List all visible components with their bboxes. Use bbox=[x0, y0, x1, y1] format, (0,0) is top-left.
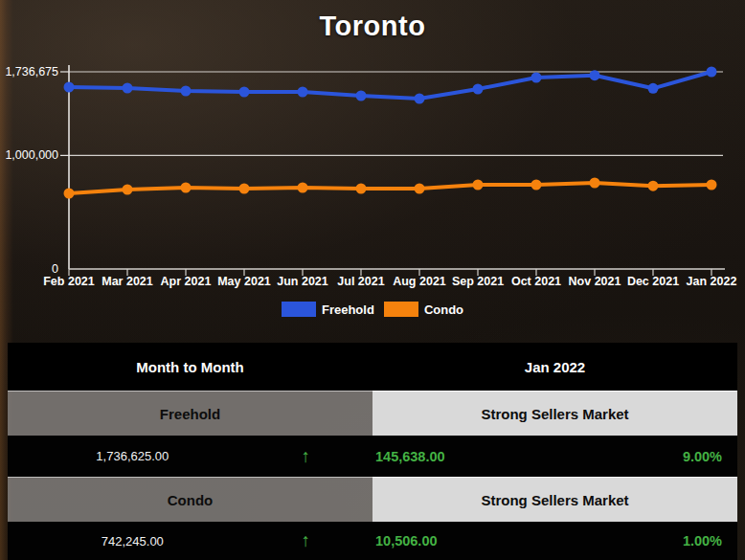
condo-segment-label: Condo bbox=[8, 477, 372, 522]
toronto-market-dashboard: { "title": "Toronto", "colors": { "freeh… bbox=[0, 0, 745, 560]
svg-text:Apr 2021: Apr 2021 bbox=[161, 275, 212, 288]
svg-text:0: 0 bbox=[52, 262, 58, 276]
condo-swatch-icon bbox=[384, 302, 418, 317]
legend-item-condo: Condo bbox=[384, 302, 463, 317]
freehold-market-status: Strong Sellers Market bbox=[372, 391, 737, 436]
condo-values-row: 742,245.00 ↑ 10,506.00 1.00% bbox=[8, 522, 737, 560]
freehold-segment-label: Freehold bbox=[8, 391, 372, 436]
condo-current-value: 742,245.00 bbox=[8, 534, 258, 549]
svg-text:Jul 2021: Jul 2021 bbox=[337, 275, 384, 288]
svg-text:Jun 2021: Jun 2021 bbox=[277, 275, 328, 288]
svg-text:1,736,675: 1,736,675 bbox=[5, 65, 58, 78]
svg-text:Feb 2021: Feb 2021 bbox=[43, 275, 95, 288]
summary-table: Month to Month Jan 2022 Freehold Strong … bbox=[8, 343, 737, 560]
legend-label-condo: Condo bbox=[424, 302, 463, 317]
svg-text:Nov 2021: Nov 2021 bbox=[569, 275, 621, 288]
svg-text:Mar 2021: Mar 2021 bbox=[102, 275, 153, 288]
svg-text:1,000,000: 1,000,000 bbox=[5, 148, 58, 162]
legend-item-freehold: Freehold bbox=[282, 302, 374, 317]
freehold-change-percent: 9.00% bbox=[683, 449, 722, 464]
svg-text:Sep 2021: Sep 2021 bbox=[452, 275, 504, 288]
condo-change-amount: 10,506.00 bbox=[375, 533, 438, 549]
page-title: Toronto bbox=[0, 0, 745, 53]
freehold-change-amount: 145,638.00 bbox=[375, 449, 445, 464]
freehold-swatch-icon bbox=[282, 302, 316, 317]
svg-text:May 2021: May 2021 bbox=[217, 275, 271, 288]
svg-text:Dec 2021: Dec 2021 bbox=[627, 275, 679, 288]
header-jan-2022: Jan 2022 bbox=[372, 343, 737, 391]
freehold-values-row: 1,736,625.00 ↑ 145,638.00 9.00% bbox=[8, 436, 737, 477]
freehold-current-value: 1,736,625.00 bbox=[8, 449, 258, 463]
up-arrow-icon: ↑ bbox=[258, 446, 354, 467]
condo-band-row: Condo Strong Sellers Market bbox=[8, 477, 737, 522]
legend-label-freehold: Freehold bbox=[322, 302, 374, 317]
chart-legend: Freehold Condo bbox=[0, 292, 745, 326]
header-month-to-month: Month to Month bbox=[8, 343, 372, 391]
condo-market-status: Strong Sellers Market bbox=[372, 477, 737, 522]
condo-change-percent: 1.00% bbox=[683, 533, 722, 549]
freehold-band-row: Freehold Strong Sellers Market bbox=[8, 391, 737, 436]
svg-text:Aug 2021: Aug 2021 bbox=[393, 275, 446, 288]
svg-text:Oct 2021: Oct 2021 bbox=[511, 275, 561, 288]
price-trend-line-chart: 1,736,6751,000,0000Feb 2021Mar 2021Apr 2… bbox=[0, 53, 745, 292]
up-arrow-icon: ↑ bbox=[258, 530, 354, 551]
svg-text:Jan 2022: Jan 2022 bbox=[687, 275, 737, 288]
summary-header-row: Month to Month Jan 2022 bbox=[8, 343, 737, 391]
